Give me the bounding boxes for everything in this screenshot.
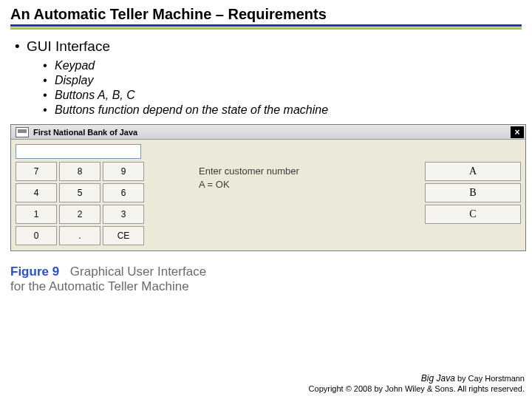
- close-icon[interactable]: ×: [511, 126, 524, 138]
- bullet-sub: •Keypad: [43, 59, 522, 72]
- bullet-sub: •Buttons A, B, C: [43, 89, 522, 102]
- slide-title: An Automatic Teller Machine – Requiremen…: [10, 6, 522, 27]
- key-5[interactable]: 5: [59, 183, 100, 202]
- bullet-sub: •Buttons function depend on the state of…: [43, 103, 522, 117]
- bullet-sub: •Display: [43, 74, 522, 87]
- key-dot[interactable]: .: [59, 226, 100, 245]
- figure-caption: Figure 9 Graphical User Interface for th…: [10, 265, 522, 294]
- key-1[interactable]: 1: [16, 205, 57, 224]
- window-title: First National Bank of Java: [33, 128, 511, 137]
- footer-copyright: Copyright © 2008 by John Wiley & Sons. A…: [309, 384, 525, 395]
- key-6[interactable]: 6: [103, 183, 144, 202]
- atm-display: Enter customer number A = OK: [197, 144, 420, 246]
- atm-titlebar: First National Bank of Java ×: [11, 125, 525, 140]
- footer-book-title: Big Java: [421, 373, 455, 383]
- key-2[interactable]: 2: [59, 205, 100, 224]
- key-ce[interactable]: CE: [103, 226, 144, 245]
- bullet-main-text: GUI Interface: [27, 38, 110, 54]
- key-4[interactable]: 4: [16, 183, 57, 202]
- accent-rule: [10, 27, 522, 30]
- keypad: 7 8 9 4 5 6 1 2 3 0 . CE: [16, 162, 193, 245]
- footer-author: by Cay Horstmann: [455, 374, 525, 383]
- key-0[interactable]: 0: [16, 226, 57, 245]
- footer: Big Java by Cay Horstmann Copyright © 20…: [309, 373, 525, 395]
- atm-window: First National Bank of Java × 7 8 9 4 5 …: [10, 124, 526, 251]
- prompt-line: A = OK: [199, 178, 420, 191]
- key-8[interactable]: 8: [59, 162, 100, 181]
- system-menu-icon[interactable]: [16, 127, 29, 137]
- bullet-main: •GUI Interface: [15, 38, 522, 55]
- button-c[interactable]: C: [425, 205, 521, 224]
- figure-label: Figure 9: [10, 265, 59, 279]
- key-7[interactable]: 7: [16, 162, 57, 181]
- figure-caption-line: for the Automatic Teller Machine: [10, 279, 522, 294]
- button-b[interactable]: B: [425, 183, 521, 202]
- key-9[interactable]: 9: [103, 162, 144, 181]
- prompt-line: Enter customer number: [199, 165, 420, 178]
- customer-number-input[interactable]: [16, 144, 141, 159]
- button-a[interactable]: A: [425, 162, 521, 181]
- figure-caption-line: Graphical User Interface: [70, 265, 206, 279]
- key-3[interactable]: 3: [103, 205, 144, 224]
